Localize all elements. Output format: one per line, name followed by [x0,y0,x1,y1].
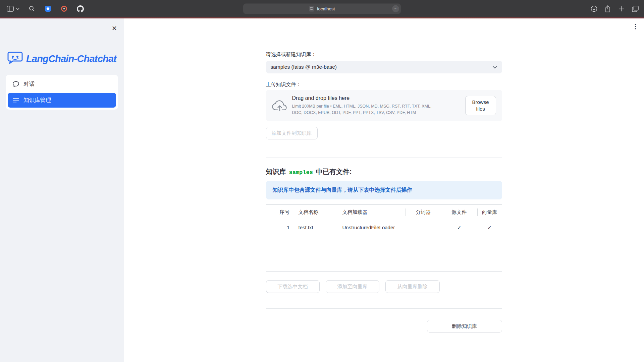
table-actions: 下载选中文档 添加至向量库 从向量库删除 从知识库中删除 [266,280,502,293]
dropzone-title: Drag and drop files here [292,95,460,101]
kb-name-code: samples [289,169,313,176]
address-bar[interactable]: localhost ⋯ [243,4,401,14]
remove-from-vector-button[interactable]: 从向量库删除 [385,280,440,293]
cell-splitter [406,220,441,235]
tab-overview-icon[interactable] [631,5,639,13]
chevron-down-icon [16,5,20,13]
logo-chat-bubble-icon [7,51,23,66]
sidebar-item-knowledge-base[interactable]: 知识库管理 [8,93,116,108]
col-header-loader[interactable]: 文档加载器 [337,205,406,220]
upload-label: 上传知识文件： [266,81,502,88]
kb-files-heading: 知识库 samples 中已有文件: [266,167,502,176]
heading-suffix: 中已有文件: [316,167,352,176]
file-dropzone[interactable]: Drag and drop files here Limit 200MB per… [266,90,502,121]
add-to-vector-button[interactable]: 添加至向量库 [326,280,379,293]
kb-select-value: samples (faiss @ m3e-base) [271,64,337,70]
col-header-index[interactable]: 序号 [266,205,293,220]
browse-files-button[interactable]: Browse files [465,96,496,116]
github-icon[interactable] [76,5,84,13]
logo-text: LangChain-Chatchat [26,53,116,64]
search-icon[interactable] [28,5,36,13]
download-selected-button[interactable]: 下载选中文档 [266,280,320,293]
chat-bubble-icon [13,81,19,87]
kb-select[interactable]: samples (faiss @ m3e-base) [266,61,502,73]
table-row[interactable]: 1 test.txt UnstructuredFileLoader ✓ ✓ [266,220,502,235]
chevron-down-icon [492,66,497,69]
cell-file-name: test.txt [293,220,337,235]
table-header-row: 序号 文档名称 文档加载器 分词器 源文件 向量库 [266,205,502,220]
browser-sidebar-toggle[interactable] [6,5,20,13]
col-header-splitter[interactable]: 分词器 [406,205,441,220]
col-header-name[interactable]: 文档名称 [293,205,337,220]
sidebar-close-icon[interactable]: ✕ [112,24,117,32]
add-files-button[interactable]: 添加文件到知识库 [266,127,318,139]
files-table[interactable]: 序号 文档名称 文档加载器 分词器 源文件 向量库 1 test.txt Uns [266,204,502,272]
col-header-source[interactable]: 源文件 [441,205,478,220]
sidebar-item-label: 对话 [23,80,35,88]
rebuild-vector-store-button[interactable]: 依据源文件重建向量库 [266,320,341,333]
cell-in-db-check: ✓ [478,220,502,235]
cell-loader: UnstructuredFileLoader [337,220,406,235]
kb-footer-actions: 依据源文件重建向量库 删除知识库 [266,320,502,333]
info-banner: 知识库中包含源文件与向量库，请从下表中选择文件后操作 [266,181,502,199]
app-shell: ✕ LangChain-Chatchat 对话 [0,18,644,362]
kb-select-label: 请选择或新建知识库： [266,51,502,58]
extension-blue-icon[interactable] [44,5,52,13]
remove-from-kb-button[interactable]: 从知识库中删除 [446,280,502,293]
delete-kb-button[interactable]: 删除知识库 [427,320,502,333]
heading-prefix: 知识库 [266,167,286,176]
browser-toolbar: localhost ⋯ [0,0,644,17]
downloads-icon[interactable] [590,5,598,13]
sidebar-item-dialogue[interactable]: 对话 [8,77,116,92]
knowledge-base-icon [13,98,19,103]
site-favicon [309,6,314,11]
app-menu-icon[interactable]: ⋮ [632,22,639,30]
content-column: 请选择或新建知识库： samples (faiss @ m3e-base) 上传… [266,18,502,333]
sidebar-item-label: 知识库管理 [23,97,51,104]
cell-in-folder-check: ✓ [441,220,478,235]
sidebar-toggle-icon [6,5,14,13]
new-tab-icon[interactable] [618,5,626,13]
extension-ring-icon[interactable] [60,5,68,13]
app-logo: LangChain-Chatchat [0,51,124,66]
url-text: localhost [317,6,335,11]
main-area: ⋮ 请选择或新建知识库： samples (faiss @ m3e-base) … [124,18,644,362]
sidebar: ✕ LangChain-Chatchat 对话 [0,18,124,362]
sidebar-nav: 对话 知识库管理 [6,75,118,110]
divider [266,308,502,309]
divider [266,158,502,158]
cell-index: 1 [266,220,293,235]
share-icon[interactable] [604,5,612,13]
page-options-icon[interactable]: ⋯ [392,5,399,12]
cloud-upload-icon [272,100,287,112]
col-header-vector[interactable]: 向量库 [478,205,502,220]
dropzone-limit-text: Limit 200MB per file • EML, HTML, JSON, … [292,103,436,116]
